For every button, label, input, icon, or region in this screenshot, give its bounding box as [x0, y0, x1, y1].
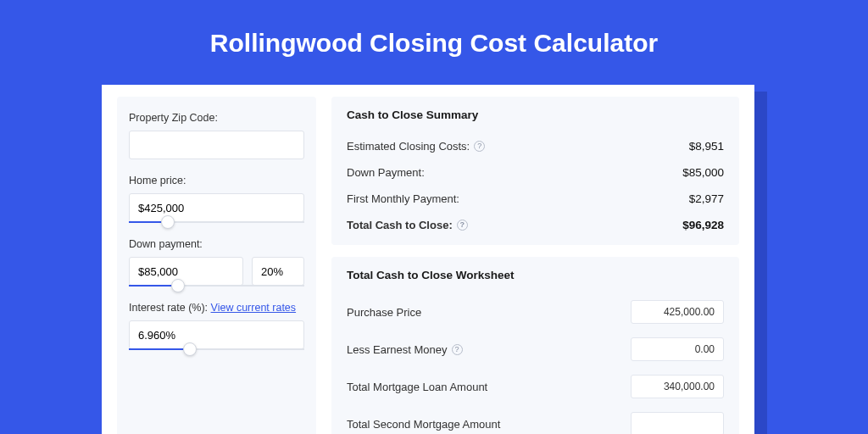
worksheet-label-text: Less Earnest Money	[347, 343, 448, 356]
zip-label: Property Zip Code:	[129, 112, 304, 124]
summary-label: Total Cash to Close:?	[347, 219, 468, 231]
summary-label-text: Total Cash to Close:	[347, 219, 453, 231]
down-payment-input[interactable]	[129, 257, 243, 286]
summary-label-text: Down Payment:	[347, 166, 425, 179]
summary-label: Down Payment:	[347, 166, 425, 179]
worksheet-title: Total Cash to Close Worksheet	[347, 269, 724, 281]
summary-row: First Monthly Payment:$2,977	[347, 186, 724, 212]
worksheet-value-input[interactable]	[631, 337, 724, 361]
zip-input[interactable]	[129, 131, 304, 159]
interest-rate-label: Interest rate (%): View current rates	[129, 302, 304, 314]
help-icon[interactable]: ?	[457, 220, 468, 231]
help-icon[interactable]: ?	[474, 141, 485, 152]
interest-rate-input[interactable]	[129, 320, 304, 349]
summary-value: $96,928	[682, 219, 724, 231]
worksheet-row: Purchase Price	[347, 293, 724, 331]
help-icon[interactable]: ?	[452, 344, 463, 355]
summary-title: Cash to Close Summary	[347, 108, 724, 121]
worksheet-row: Total Mortgage Loan Amount	[347, 368, 724, 405]
summary-label-text: First Monthly Payment:	[347, 192, 459, 205]
worksheet-value-input[interactable]	[631, 300, 724, 324]
inputs-panel: Property Zip Code: Home price: Down paym…	[117, 97, 316, 434]
down-payment-label: Down payment:	[129, 238, 304, 250]
field-interest-rate: Interest rate (%): View current rates	[129, 302, 304, 350]
calculator-card: Property Zip Code: Home price: Down paym…	[102, 85, 754, 434]
worksheet-label: Less Earnest Money?	[347, 343, 463, 356]
worksheet-panel: Total Cash to Close Worksheet Purchase P…	[331, 257, 739, 434]
summary-row: Down Payment:$85,000	[347, 159, 724, 186]
slider-thumb-icon[interactable]	[161, 215, 175, 229]
worksheet-label-text: Total Mortgage Loan Amount	[347, 381, 487, 393]
worksheet-label: Purchase Price	[347, 306, 421, 319]
down-payment-pct-input[interactable]	[252, 257, 304, 286]
cash-to-close-summary-panel: Cash to Close Summary Estimated Closing …	[331, 97, 739, 245]
down-payment-slider[interactable]	[129, 285, 304, 287]
field-home-price: Home price:	[129, 175, 304, 223]
summary-value: $8,951	[689, 140, 724, 153]
home-price-slider[interactable]	[129, 221, 304, 223]
worksheet-row: Total Second Mortgage Amount	[347, 405, 724, 434]
results-column: Cash to Close Summary Estimated Closing …	[331, 97, 739, 434]
summary-value: $85,000	[682, 166, 724, 179]
worksheet-row: Less Earnest Money?	[347, 331, 724, 368]
worksheet-value-input[interactable]	[631, 375, 724, 398]
field-down-payment: Down payment:	[129, 238, 304, 287]
field-zip: Property Zip Code:	[129, 112, 304, 159]
home-price-label: Home price:	[129, 175, 304, 186]
summary-label: First Monthly Payment:	[347, 192, 459, 205]
summary-label: Estimated Closing Costs:?	[347, 140, 485, 153]
summary-row: Total Cash to Close:?$96,928	[347, 212, 724, 238]
home-price-input[interactable]	[129, 193, 304, 222]
interest-rate-slider[interactable]	[129, 348, 304, 350]
worksheet-label: Total Mortgage Loan Amount	[347, 381, 487, 393]
interest-rate-label-text: Interest rate (%):	[129, 302, 211, 314]
summary-value: $2,977	[689, 192, 724, 205]
worksheet-label-text: Purchase Price	[347, 306, 421, 319]
worksheet-label: Total Second Mortgage Amount	[347, 418, 500, 431]
worksheet-label-text: Total Second Mortgage Amount	[347, 418, 500, 431]
page-title: Rollingwood Closing Cost Calculator	[0, 0, 868, 80]
slider-thumb-icon[interactable]	[183, 342, 197, 356]
slider-thumb-icon[interactable]	[171, 279, 185, 292]
summary-row: Estimated Closing Costs:?$8,951	[347, 133, 724, 159]
view-rates-link[interactable]: View current rates	[211, 302, 297, 314]
summary-label-text: Estimated Closing Costs:	[347, 140, 470, 153]
worksheet-value-input[interactable]	[631, 412, 724, 434]
